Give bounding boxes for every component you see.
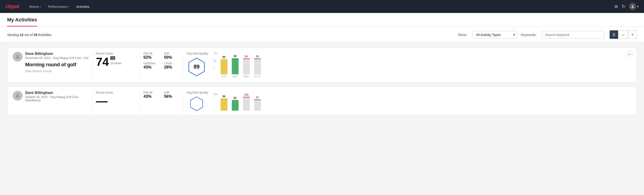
view-toggle-group: ☰ ⌙ ≡ <box>610 30 637 39</box>
round-score-section-1: Round Score 74 +4 18 Holes <box>96 52 136 68</box>
shot-quality-section-2: Avg Shot Quality 100 94 <box>186 91 631 112</box>
updown-block: Up/Down 43% <box>144 62 159 70</box>
x-axis-labels: OTT APP ARG PUTT <box>214 75 631 78</box>
add-icon[interactable]: ⊕ <box>614 4 618 9</box>
card-user-meta-2: October 16, 2021 · Gog Magog Golf Club -… <box>25 95 88 102</box>
gir-block: GIR 50% <box>164 52 179 60</box>
activity-card-2: Dave Billingham October 16, 2021 · Gog M… <box>7 86 637 115</box>
hexagon-svg-1: 89 <box>186 57 207 77</box>
card-user-meta-1: December 05, 2021 · Gog Magog Golf Club … <box>25 56 88 60</box>
compact-icon: ≡ <box>632 32 634 36</box>
view-grid-button[interactable]: ⌙ <box>619 30 628 39</box>
viewing-total: 29 <box>34 33 38 36</box>
fw-hit-block: FW Hit 62% <box>144 52 159 60</box>
gir-block-2: GIR 56% <box>164 91 179 99</box>
shot-quality-section-1: Avg Shot Quality 89 100 <box>186 52 631 78</box>
grid-icon: ⌙ <box>622 32 625 37</box>
round-score-section-2: Round Score — <box>96 91 136 107</box>
round-score-label-1: Round Score <box>96 52 136 55</box>
teams-chevron-icon: ▾ <box>40 5 41 8</box>
bar-arg: 89 <box>243 55 250 74</box>
svg-point-1 <box>16 55 19 57</box>
nav-activities[interactable]: Activities <box>74 3 92 10</box>
navbar: clippd Teams ▾ Performance ▾ Activities … <box>0 0 644 13</box>
user-menu-button[interactable]: ▾ <box>629 3 639 10</box>
viewing-text: Viewing 12 out of 29 Activities <box>7 33 454 36</box>
activity-type-select[interactable]: All Activity Types <box>472 31 517 38</box>
svg-point-0 <box>632 5 633 6</box>
score-badge-1: +4 <box>110 56 115 60</box>
bar-app: 90 <box>232 55 238 74</box>
bar-chart-container-1: 100 50 0 85 90 <box>214 52 631 78</box>
card-activity-title-1: Morning round of golf <box>25 62 88 68</box>
user-avatar-1 <box>13 52 22 62</box>
activity-card-1: ✏ Dave Billingham December 05, 2021 · Go… <box>7 47 637 82</box>
viewing-count: 12 <box>20 33 24 36</box>
user-avatar-2 <box>13 91 22 100</box>
view-list-button[interactable]: ☰ <box>610 30 618 39</box>
keywords-label: Keywords: <box>521 33 536 36</box>
nav-performance[interactable]: Performance ▾ <box>45 3 72 10</box>
refresh-icon[interactable]: ↻ <box>622 4 626 9</box>
avatar <box>629 3 636 10</box>
bar-ott: 85 <box>221 56 228 74</box>
divider-card2-1 <box>92 91 92 112</box>
show-label: Show: <box>458 33 467 36</box>
bar-putt: 89 <box>254 55 261 74</box>
divider-card2-3 <box>183 91 183 112</box>
performance-chevron-icon: ▾ <box>68 5 69 8</box>
y-axis: 100 50 0 <box>214 52 218 70</box>
svg-text:89: 89 <box>194 64 200 70</box>
activity-type-select-wrapper: All Activity Types <box>472 31 517 38</box>
view-compact-button[interactable]: ≡ <box>628 30 637 39</box>
divider-2 <box>140 52 140 78</box>
shot-quality-left: Avg Shot Quality 89 <box>186 52 208 78</box>
holes-label-1: 18 Holes <box>110 62 122 65</box>
nav-teams[interactable]: Teams ▾ <box>26 3 44 10</box>
list-icon: ☰ <box>612 32 616 37</box>
logo: clippd <box>5 4 19 9</box>
round-score-value-1: 74 <box>96 56 109 68</box>
divider-1 <box>92 52 92 78</box>
bar-chart-container-2: 100 94 82 106 <box>214 93 631 111</box>
user-chevron-icon: ▾ <box>637 5 639 8</box>
oneputt-block: 1 Putt 28% <box>164 62 179 70</box>
stats-grid-section-2: FW Hit 43% GIR 56% <box>144 91 179 99</box>
hexagon-svg-2 <box>186 96 207 112</box>
shot-quality-left-2: Avg Shot Quality <box>186 91 208 112</box>
card-user-section-1: Dave Billingham December 05, 2021 · Gog … <box>25 52 88 73</box>
toolbar: Viewing 12 out of 29 Activities Show: Al… <box>0 27 644 42</box>
card-user-name-2: Dave Billingham <box>25 91 88 95</box>
main-content: ✏ Dave Billingham December 05, 2021 · Go… <box>0 42 644 123</box>
round-score-big-1: 74 +4 18 Holes <box>96 56 136 68</box>
page-header: My Activities <box>0 13 644 27</box>
stats-grid-section-1: FW Hit 62% GIR 50% Up/Down 43% 1 Putt 28… <box>144 52 179 70</box>
card-user-section-2: Dave Billingham October 16, 2021 · Gog M… <box>25 91 88 102</box>
card-data-source-1: Data Source: Arccos <box>25 70 88 73</box>
nav-links: Teams ▾ Performance ▾ Activities <box>26 3 92 10</box>
svg-point-4 <box>16 94 19 96</box>
card-user-name-1: Dave Billingham <box>25 52 88 56</box>
nav-right: ⊕ ↻ ▾ <box>614 3 639 10</box>
fw-hit-block-2: FW Hit 43% <box>144 91 159 99</box>
svg-marker-5 <box>190 97 202 111</box>
search-input[interactable] <box>542 31 604 38</box>
divider-card2-2 <box>140 91 140 112</box>
divider-3 <box>183 52 183 78</box>
page-title: My Activities <box>7 17 37 26</box>
nav-left: clippd Teams ▾ Performance ▾ Activities <box>5 3 92 10</box>
